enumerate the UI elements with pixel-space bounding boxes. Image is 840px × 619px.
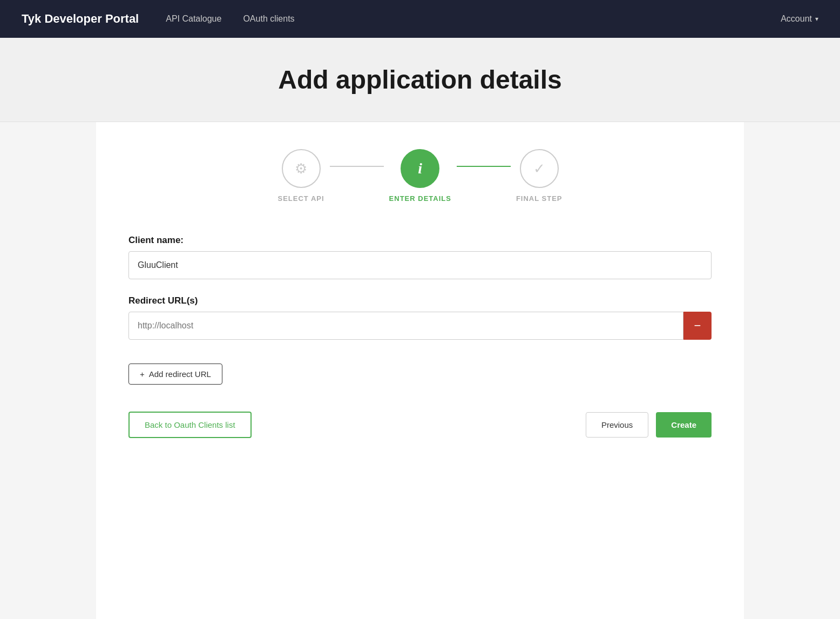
client-name-group: Client name: (128, 235, 712, 279)
navbar-links: API Catalogue OAuth clients (166, 14, 781, 24)
redirect-url-row: − (128, 312, 712, 340)
navbar-brand[interactable]: Tyk Developer Portal (22, 12, 139, 26)
page-header: Add application details (0, 38, 840, 122)
account-label: Account (781, 14, 812, 24)
step-connector-2 (457, 166, 511, 167)
check-icon: ✓ (533, 160, 545, 177)
create-button[interactable]: Create (656, 412, 712, 438)
main-content: ⚙ SELECT API i ENTER DETAILS ✓ FINAL STE… (96, 122, 744, 619)
redirect-urls-label: Redirect URL(s) (128, 295, 712, 306)
form-section: Client name: Redirect URL(s) − + Add red… (128, 235, 712, 438)
step-select-api-label: SELECT API (277, 194, 324, 203)
oauth-clients-link[interactable]: OAuth clients (243, 14, 294, 24)
step-final-step-circle: ✓ (520, 149, 559, 188)
step-select-api-circle: ⚙ (282, 149, 321, 188)
client-name-label: Client name: (128, 235, 712, 246)
step-enter-details-circle: i (401, 149, 439, 188)
chevron-down-icon: ▾ (815, 15, 818, 23)
step-final-step-label: FINAL STEP (516, 194, 563, 203)
form-actions: Back to Oauth Clients list Previous Crea… (128, 412, 712, 438)
step-final-step: ✓ FINAL STEP (516, 149, 563, 203)
plus-icon: + (140, 369, 145, 379)
step-enter-details-label: ENTER DETAILS (389, 194, 451, 203)
redirect-url-input[interactable] (128, 312, 683, 340)
info-icon: i (418, 160, 422, 177)
back-to-oauth-button[interactable]: Back to Oauth Clients list (128, 412, 252, 438)
minus-icon: − (694, 319, 701, 333)
step-select-api: ⚙ SELECT API (277, 149, 324, 203)
client-name-input[interactable] (128, 251, 712, 279)
step-connector-1 (330, 166, 384, 167)
gear-icon: ⚙ (295, 160, 307, 177)
navbar: Tyk Developer Portal API Catalogue OAuth… (0, 0, 840, 38)
add-redirect-url-button[interactable]: + Add redirect URL (128, 364, 222, 385)
page-title: Add application details (11, 65, 829, 95)
step-enter-details: i ENTER DETAILS (389, 149, 451, 203)
add-url-label: Add redirect URL (149, 369, 211, 379)
previous-button[interactable]: Previous (586, 412, 648, 438)
api-catalogue-link[interactable]: API Catalogue (166, 14, 221, 24)
account-menu[interactable]: Account ▾ (781, 14, 818, 24)
remove-url-button[interactable]: − (683, 312, 712, 340)
right-actions: Previous Create (586, 412, 712, 438)
redirect-urls-group: Redirect URL(s) − (128, 295, 712, 340)
stepper: ⚙ SELECT API i ENTER DETAILS ✓ FINAL STE… (128, 149, 712, 203)
